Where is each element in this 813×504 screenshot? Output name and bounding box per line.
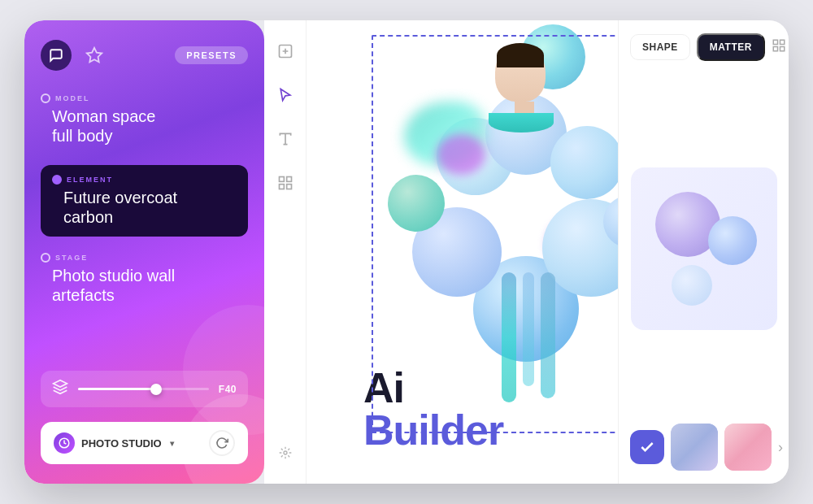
svg-rect-8	[279, 177, 284, 182]
check-button[interactable]	[630, 430, 664, 464]
right-panel: SHAPE MATTER	[618, 20, 789, 484]
svg-rect-11	[279, 185, 284, 189]
model-collar	[489, 113, 554, 133]
shape-matter-tabs: SHAPE MATTER	[630, 33, 777, 61]
sphere-arm-left	[388, 175, 445, 232]
thumbnail-1[interactable]	[671, 424, 718, 471]
shape-tab[interactable]: SHAPE	[630, 34, 690, 60]
text-tool[interactable]	[271, 124, 300, 154]
svg-rect-9	[286, 177, 291, 182]
svg-rect-10	[286, 185, 291, 189]
grid-tool[interactable]	[271, 168, 300, 198]
thumbnail-2[interactable]	[724, 424, 772, 471]
builder-text: Builder	[363, 409, 503, 451]
model-section: MODEL Woman spacefull body	[41, 93, 248, 162]
streak-center	[523, 272, 534, 386]
sphere-top-right	[550, 126, 618, 199]
model-value: Woman spacefull body	[52, 106, 248, 146]
slider-thumb	[150, 384, 162, 395]
ps-icon	[54, 432, 75, 454]
stage-label: STAGE	[41, 253, 248, 263]
element-value: Future overcoatcarbon	[63, 188, 237, 227]
next-button[interactable]: ›	[778, 434, 783, 460]
svg-marker-1	[54, 380, 67, 387]
svg-rect-13	[773, 40, 777, 44]
lower-body-streaks	[502, 272, 555, 402]
slider-track[interactable]	[78, 388, 209, 390]
shape-icon[interactable]	[81, 42, 107, 68]
grid-view-icon[interactable]	[772, 38, 786, 56]
app-container: PRESETS MODEL Woman spacefull body ELEME…	[24, 20, 789, 484]
streak-left	[502, 272, 516, 402]
photo-studio-button[interactable]: PHOTO STUDIO ▾	[54, 432, 174, 454]
svg-rect-16	[773, 47, 777, 51]
slider-fill	[78, 388, 156, 390]
svg-rect-15	[780, 47, 784, 51]
element-label: ELEMENT	[52, 175, 237, 185]
model-head-area	[495, 43, 554, 133]
sidebar: PRESETS MODEL Woman spacefull body ELEME…	[24, 20, 264, 484]
add-tool[interactable]	[271, 37, 300, 66]
stage-section: STAGE Photo studio wallartefacts	[41, 253, 248, 321]
stage-value: Photo studio wallartefacts	[52, 266, 248, 305]
model-hair	[497, 43, 544, 67]
presets-label[interactable]: PRESETS	[175, 46, 248, 64]
cursor-tool[interactable]	[271, 80, 300, 110]
sidebar-header: PRESETS	[41, 40, 248, 71]
element-section: ELEMENT Future overcoatcarbon	[41, 165, 248, 237]
ai-text: Ai	[363, 367, 503, 409]
model-head	[495, 43, 546, 102]
preview-sphere-2	[708, 216, 757, 265]
model-label: MODEL	[41, 93, 248, 103]
svg-rect-14	[780, 40, 784, 44]
ai-builder-text: Ai Builder	[363, 367, 503, 451]
layers-icon	[52, 379, 68, 399]
main-canvas: Ai Builder	[307, 20, 618, 484]
chevron-down-icon: ▾	[170, 439, 174, 448]
chat-icon[interactable]	[41, 40, 72, 71]
matter-tab[interactable]: MATTER	[697, 33, 765, 61]
purple-blob	[437, 134, 485, 175]
preview-area	[630, 74, 777, 424]
streak-right	[541, 272, 555, 398]
preview-sphere-3	[672, 265, 712, 306]
ps-label: PHOTO STUDIO	[81, 437, 162, 450]
thumbnails-row: ›	[630, 424, 777, 471]
preview-card	[631, 167, 777, 330]
svg-marker-0	[87, 48, 102, 62]
